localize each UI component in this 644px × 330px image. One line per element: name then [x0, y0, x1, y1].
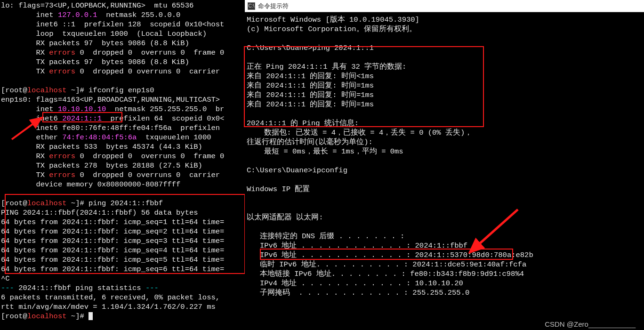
cmd-line: 以太网适配器 以太网:: [245, 213, 644, 222]
cmd-line: 连接特定的 DNS 后缀 . . . . . . . :: [245, 232, 644, 241]
terminal-line: 64 bytes from 2024:1::fbbf: icmp_seq=2 t…: [1, 227, 245, 236]
cmd-line: 来自 2024:1::1 的回复: 时间=1ms: [245, 100, 644, 109]
terminal-line: lo: flags=73<UP,LOOPBACK,RUNNING> mtu 65…: [1, 1, 245, 10]
cmd-line: 本地链接 IPv6 地址. . . . . . . . : fe80::b343…: [245, 269, 644, 279]
cmd-line: [245, 34, 644, 43]
cmd-line: [245, 175, 644, 185]
linux-terminal[interactable]: lo: flags=73<UP,LOOPBACK,RUNNING> mtu 65…: [0, 0, 245, 330]
terminal-line: inet6 2024:1::1 prefixlen 64 scopeid 0x0…: [1, 114, 245, 123]
cmd-line: [245, 222, 644, 232]
terminal-line: 64 bytes from 2024:1::fbbf: icmp_seq=4 t…: [1, 246, 245, 255]
cmd-line: IPv4 地址 . . . . . . . . . . . . : 10.10.…: [245, 279, 644, 288]
terminal-line: 6 packets transmitted, 6 received, 0% pa…: [1, 293, 245, 302]
cmd-line: 正在 Ping 2024:1::1 具有 32 字节的数据:: [245, 62, 644, 72]
terminal-line: PING 2024:1::fbbf(2024:1::fbbf) 56 data …: [1, 208, 245, 217]
terminal-line: inet 127.0.0.1 netmask 255.0.0.0: [1, 10, 245, 20]
cmd-line: Microsoft Windows [版本 10.0.19045.3930]: [245, 15, 644, 24]
terminal-line: RX packets 533 bytes 45374 (44.3 KiB): [1, 142, 245, 152]
terminal-line: RX errors 0 dropped 0 overruns 0 frame 0: [1, 152, 245, 161]
terminal-line: [root@localhost ~]#: [1, 312, 245, 321]
cmd-line: IPv6 地址 . . . . . . . . . . . . : 2024:1…: [245, 241, 644, 250]
cmd-line: [245, 194, 644, 203]
cmd-line: [245, 109, 644, 119]
terminal-line: device memory 0x80800000-8087ffff: [1, 180, 245, 189]
terminal-line: [1, 76, 245, 86]
terminal-line: rtt min/avg/max/mdev = 1.104/1.324/1.762…: [1, 302, 245, 312]
cmd-line: 2024:1::1 的 Ping 统计信息:: [245, 119, 644, 128]
cmd-title-text: 命令提示符: [258, 2, 289, 10]
cmd-line: 往返行程的估计时间(以毫秒为单位):: [245, 137, 644, 147]
terminal-line: TX errors 0 dropped 0 overruns 0 carrier: [1, 67, 245, 76]
terminal-line: [1, 189, 245, 199]
windows-cmd-window[interactable]: C:\ 命令提示符 Microsoft Windows [版本 10.0.190…: [245, 0, 644, 330]
cmd-line: IPv6 地址 . . . . . . . . . . . . : 2024:1…: [245, 250, 644, 260]
cmd-line: 来自 2024:1::1 的回复: 时间=1ms: [245, 81, 644, 90]
terminal-line: inet 10.10.10.10 netmask 255.255.255.0 b…: [1, 105, 245, 114]
cursor: [89, 312, 93, 320]
terminal-line: inet6 fe80::76fe:48ff:fe04:f56a prefixle…: [1, 123, 245, 133]
cmd-line: 临时 IPv6 地址. . . . . . . . . . : 2024:1::…: [245, 260, 644, 269]
cmd-line: 来自 2024:1::1 的回复: 时间=1ms: [245, 90, 644, 100]
cmd-line: 最短 = 0ms，最长 = 1ms，平均 = 0ms: [245, 147, 644, 156]
terminal-line: 64 bytes from 2024:1::fbbf: icmp_seq=3 t…: [1, 236, 245, 246]
cmd-line: Windows IP 配置: [245, 185, 644, 194]
terminal-line: [root@localhost ~]# ifconfig enp1s0: [1, 86, 245, 95]
cmd-icon: C:\: [248, 2, 255, 10]
cmd-line: [245, 53, 644, 62]
terminal-line: loop txqueuelen 1000 (Local Loopback): [1, 29, 245, 39]
terminal-line: ^C: [1, 274, 245, 283]
cmd-line: 子网掩码 . . . . . . . . . . . . : 255.255.2…: [245, 288, 644, 298]
cmd-line: [245, 156, 644, 166]
terminal-line: TX packets 97 bytes 9086 (8.8 KiB): [1, 57, 245, 67]
terminal-line: 64 bytes from 2024:1::fbbf: icmp_seq=1 t…: [1, 217, 245, 227]
terminal-line: ether 74:fe:48:04:f5:6a txqueuelen 1000: [1, 133, 245, 142]
terminal-line: 64 bytes from 2024:1::fbbf: icmp_seq=5 t…: [1, 255, 245, 265]
cmd-line: C:\Users\Duane>ipconfig: [245, 166, 644, 175]
cmd-titlebar[interactable]: C:\ 命令提示符: [245, 0, 644, 12]
terminal-line: TX packets 278 bytes 28188 (27.5 KiB): [1, 161, 245, 170]
cmd-line: (c) Microsoft Corporation。保留所有权利。: [245, 24, 644, 34]
cmd-line: C:\Users\Duane>ping 2024:1::1: [245, 43, 644, 53]
terminal-line: TX errors 0 dropped 0 overruns 0 carrier: [1, 170, 245, 180]
terminal-line: enp1s0: flags=4163<UP,BROADCAST,RUNNING,…: [1, 95, 245, 105]
terminal-line: RX packets 97 bytes 9086 (8.8 KiB): [1, 39, 245, 48]
terminal-line: 64 bytes from 2024:1::fbbf: icmp_seq=6 t…: [1, 265, 245, 274]
terminal-line: [root@localhost ~]# ping 2024:1::fbbf: [1, 199, 245, 208]
terminal-line: --- 2024:1::fbbf ping statistics ---: [1, 283, 245, 293]
watermark: CSDN @Zero____________: [545, 320, 636, 328]
cmd-line: [245, 203, 644, 213]
cmd-line: 来自 2024:1::1 的回复: 时间<1ms: [245, 72, 644, 81]
terminal-line: inet6 ::1 prefixlen 128 scopeid 0x10<hos…: [1, 20, 245, 29]
cmd-line: 数据包: 已发送 = 4，已接收 = 4，丢失 = 0 (0% 丢失)，: [245, 128, 644, 137]
terminal-line: RX errors 0 dropped 0 overruns 0 frame 0: [1, 48, 245, 57]
